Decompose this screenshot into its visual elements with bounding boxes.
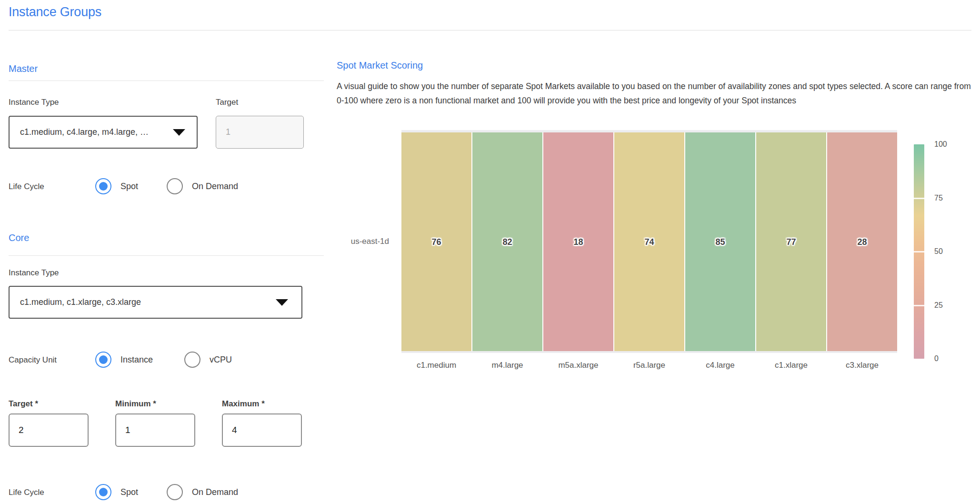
core-maximum-label: Maximum *	[222, 399, 265, 409]
capacity-unit-row: Capacity Unit Instance vCPU	[0, 352, 324, 369]
master-on-demand-radio[interactable]	[167, 178, 183, 194]
capacity-vcpu-radio[interactable]	[184, 352, 200, 368]
colorbar-tick-label: 25	[934, 301, 943, 310]
core-divider	[9, 255, 324, 256]
heatmap-x-axis: c1.mediumm4.largem5a.xlarger5a.largec4.l…	[401, 361, 897, 372]
core-minimum-input[interactable]	[115, 413, 195, 447]
core-on-demand-radio[interactable]	[167, 484, 183, 500]
title-divider	[9, 30, 971, 30]
heatmap-cell: 18	[543, 132, 613, 351]
heatmap: 76821874857728	[401, 132, 897, 351]
master-divider	[9, 81, 324, 81]
heatmap-cell-value: 28	[827, 237, 897, 247]
core-maximum-input[interactable]	[222, 413, 302, 447]
core-on-demand-radio-label[interactable]: On Demand	[192, 487, 238, 497]
page-title: Instance Groups	[9, 5, 101, 20]
heatmap-cell: 28	[827, 132, 897, 351]
heatmap-cell: 77	[756, 132, 826, 351]
heatmap-cell-value: 85	[685, 237, 755, 247]
master-spot-radio[interactable]	[95, 178, 111, 194]
heatmap-bottom-edge	[401, 351, 897, 353]
heatmap-x-label: m5a.xlarge	[543, 361, 613, 370]
heatmap-colorbar	[914, 144, 924, 359]
core-spot-radio-label[interactable]: Spot	[120, 487, 138, 497]
core-section-heading: Core	[9, 232, 29, 243]
heatmap-cell-value: 77	[756, 237, 826, 247]
core-target-label: Target *	[9, 399, 38, 409]
chevron-down-icon	[173, 129, 185, 136]
master-section-heading: Master	[9, 63, 38, 74]
master-spot-radio-label[interactable]: Spot	[120, 181, 138, 192]
colorbar-tick-label: 75	[934, 194, 943, 202]
colorbar-tick-label: 50	[934, 247, 943, 256]
core-target-input[interactable]	[9, 413, 89, 447]
master-target-label: Target	[216, 98, 238, 107]
master-target-input[interactable]	[216, 116, 304, 149]
master-life-cycle-row: Life Cycle Spot On Demand	[0, 178, 324, 195]
colorbar-divider	[914, 198, 924, 199]
heatmap-x-label: c3.xlarge	[827, 361, 897, 370]
chevron-down-icon	[276, 299, 288, 306]
spot-market-heading: Spot Market Scoring	[337, 60, 423, 71]
heatmap-x-label: c1.xlarge	[756, 361, 826, 370]
heatmap-x-label: r5a.large	[614, 361, 684, 370]
heatmap-cell-value: 76	[401, 237, 471, 247]
colorbar-tick-label: 100	[934, 140, 947, 149]
heatmap-cell: 82	[472, 132, 542, 351]
core-life-cycle-row: Life Cycle Spot On Demand	[0, 484, 324, 501]
master-on-demand-radio-label[interactable]: On Demand	[192, 181, 238, 192]
master-instance-type-label: Instance Type	[9, 98, 59, 107]
master-instance-type-value: c1.medium, c4.large, m4.large, …	[20, 127, 149, 137]
core-instance-type-dropdown[interactable]: c1.medium, c1.xlarge, c3.xlarge	[9, 286, 302, 319]
heatmap-x-label: c1.medium	[401, 361, 471, 370]
heatmap-cell: 85	[685, 132, 755, 351]
spot-market-description: A visual guide to show you the number of…	[337, 79, 972, 108]
colorbar-divider	[914, 251, 924, 252]
heatmap-cell-value: 18	[543, 237, 613, 247]
core-instance-type-value: c1.medium, c1.xlarge, c3.xlarge	[20, 297, 141, 307]
heatmap-colorbar-ticks: 1007550250	[934, 144, 963, 359]
colorbar-tick-label: 0	[934, 354, 939, 363]
heatmap-cell: 74	[614, 132, 684, 351]
heatmap-x-label: m4.large	[472, 361, 542, 370]
heatmap-cell: 76	[401, 132, 471, 351]
heatmap-x-label: c4.large	[685, 361, 755, 370]
heatmap-row-label: us-east-1d	[331, 237, 389, 246]
core-instance-type-label: Instance Type	[9, 268, 59, 278]
heatmap-cell-value: 82	[472, 237, 542, 247]
core-minimum-label: Minimum *	[115, 399, 156, 409]
capacity-instance-radio[interactable]	[95, 352, 111, 368]
core-life-cycle-label: Life Cycle	[9, 488, 44, 497]
capacity-unit-label: Capacity Unit	[9, 355, 57, 365]
master-instance-type-dropdown[interactable]: c1.medium, c4.large, m4.large, …	[9, 116, 198, 149]
master-life-cycle-label: Life Cycle	[9, 182, 44, 192]
capacity-vcpu-radio-label[interactable]: vCPU	[210, 355, 232, 365]
capacity-instance-radio-label[interactable]: Instance	[120, 355, 153, 365]
colorbar-divider	[914, 305, 924, 306]
heatmap-cell-value: 74	[614, 237, 684, 247]
core-spot-radio[interactable]	[95, 484, 111, 500]
